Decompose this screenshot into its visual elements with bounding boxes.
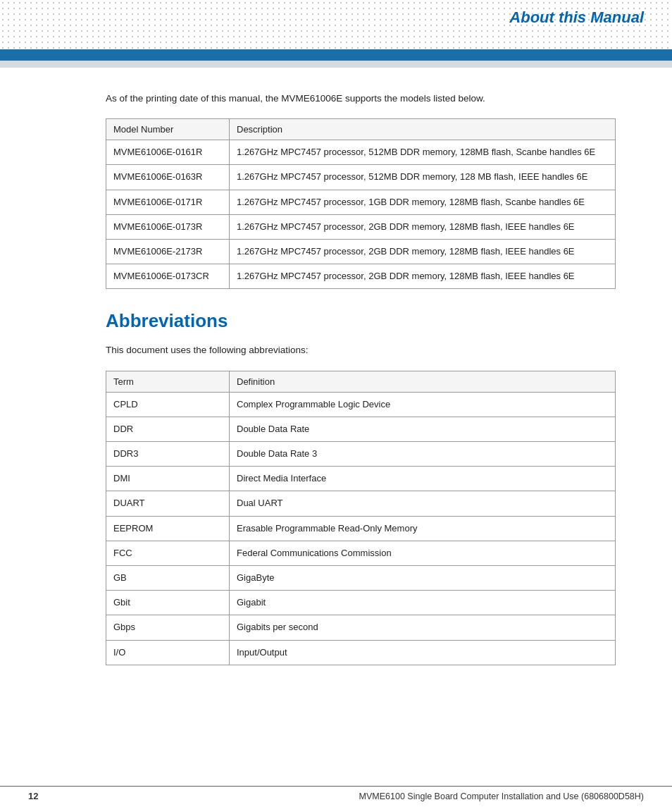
footer-doc-title: MVME6100 Single Board Computer Installat…	[359, 791, 644, 801]
table-row: DDR3Double Data Rate 3	[106, 442, 616, 467]
table-row: I/OInput/Output	[106, 640, 616, 665]
abbreviations-heading: Abbreviations	[106, 310, 616, 332]
models-table: Model Number Description MVME61006E-0161…	[106, 118, 616, 289]
abbrev-col2-header: Definition	[230, 371, 616, 392]
abbrev-definition-cell: Gigabit	[230, 591, 616, 615]
main-content: As of the printing date of this manual, …	[0, 70, 672, 715]
models-col1-header: Model Number	[106, 119, 230, 140]
abbrev-definition-cell: Federal Communications Commission	[230, 541, 616, 565]
abbrev-term-cell: Gbit	[106, 591, 230, 615]
table-row: GBGigaByte	[106, 565, 616, 590]
abbrev-definition-cell: Direct Media Interface	[230, 467, 616, 491]
table-row: FCCFederal Communications Commission	[106, 541, 616, 565]
abbrev-definition-cell: Erasable Programmable Read-Only Memory	[230, 516, 616, 541]
header-gray-bar	[0, 61, 672, 68]
abbrev-definition-cell: Double Data Rate	[230, 417, 616, 441]
models-col2-header: Description	[230, 119, 616, 140]
abbrev-definition-cell: Dual UART	[230, 491, 616, 516]
table-row: GbitGigabit	[106, 591, 616, 615]
abbrev-col1-header: Term	[106, 371, 230, 392]
page-footer: 12 MVME6100 Single Board Computer Instal…	[0, 786, 672, 807]
model-description-cell: 1.267GHz MPC7457 processor, 2GB DDR memo…	[230, 264, 616, 289]
abbrev-definition-cell: Input/Output	[230, 640, 616, 665]
abbrev-definition-cell: GigaByte	[230, 565, 616, 590]
model-description-cell: 1.267GHz MPC7457 processor, 512MB DDR me…	[230, 165, 616, 190]
abbrev-term-cell: FCC	[106, 541, 230, 565]
table-row: DMIDirect Media Interface	[106, 467, 616, 491]
page-header: About this Manual	[0, 0, 672, 70]
abbreviations-table: Term Definition CPLDComplex Programmable…	[106, 371, 616, 665]
abbrev-definition-cell: Double Data Rate 3	[230, 442, 616, 467]
abbrev-term-cell: GB	[106, 565, 230, 590]
abbrev-term-cell: DDR3	[106, 442, 230, 467]
table-row: MVME61006E-2173R1.267GHz MPC7457 process…	[106, 240, 616, 264]
table-row: GbpsGigabits per second	[106, 615, 616, 640]
table-row: EEPROMErasable Programmable Read-Only Me…	[106, 516, 616, 541]
model-number-cell: MVME61006E-0171R	[106, 190, 230, 214]
table-row: MVME61006E-0163R1.267GHz MPC7457 process…	[106, 165, 616, 190]
abbrev-term-cell: EEPROM	[106, 516, 230, 541]
abbrev-term-cell: Gbps	[106, 615, 230, 640]
model-description-cell: 1.267GHz MPC7457 processor, 512MB DDR me…	[230, 140, 616, 165]
model-number-cell: MVME61006E-0163R	[106, 165, 230, 190]
table-row: MVME61006E-0171R1.267GHz MPC7457 process…	[106, 190, 616, 214]
model-number-cell: MVME61006E-0173R	[106, 214, 230, 239]
table-row: DDRDouble Data Rate	[106, 417, 616, 441]
abbrev-definition-cell: Complex Programmable Logic Device	[230, 392, 616, 417]
table-row: MVME61006E-0173R1.267GHz MPC7457 process…	[106, 214, 616, 239]
model-description-cell: 1.267GHz MPC7457 processor, 1GB DDR memo…	[230, 190, 616, 214]
header-title-row: About this Manual	[509, 8, 644, 27]
abbrev-term-cell: CPLD	[106, 392, 230, 417]
abbrev-term-cell: DMI	[106, 467, 230, 491]
header-blue-bar	[0, 49, 672, 61]
abbreviations-subtext: This document uses the following abbrevi…	[106, 343, 616, 357]
table-row: MVME61006E-0173CR1.267GHz MPC7457 proces…	[106, 264, 616, 289]
model-number-cell: MVME61006E-0161R	[106, 140, 230, 165]
model-number-cell: MVME61006E-0173CR	[106, 264, 230, 289]
page-title: About this Manual	[509, 8, 644, 27]
model-description-cell: 1.267GHz MPC7457 processor, 2GB DDR memo…	[230, 214, 616, 239]
abbrev-term-cell: DDR	[106, 417, 230, 441]
table-row: CPLDComplex Programmable Logic Device	[106, 392, 616, 417]
abbrev-definition-cell: Gigabits per second	[230, 615, 616, 640]
table-row: DUARTDual UART	[106, 491, 616, 516]
abbrev-term-cell: I/O	[106, 640, 230, 665]
model-number-cell: MVME61006E-2173R	[106, 240, 230, 264]
table-row: MVME61006E-0161R1.267GHz MPC7457 process…	[106, 140, 616, 165]
intro-text: As of the printing date of this manual, …	[106, 92, 616, 106]
model-description-cell: 1.267GHz MPC7457 processor, 2GB DDR memo…	[230, 240, 616, 264]
footer-page-number: 12	[28, 791, 38, 801]
abbrev-term-cell: DUART	[106, 491, 230, 516]
